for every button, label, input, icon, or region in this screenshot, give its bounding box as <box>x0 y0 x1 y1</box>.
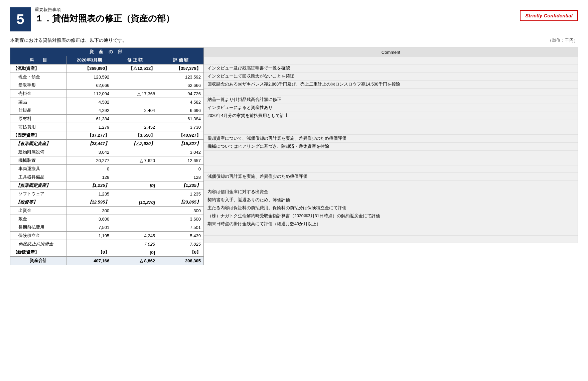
row-label: 現金・預金 <box>10 73 66 81</box>
header-title: １．貸借対照表の修正（資産の部） <box>35 13 174 24</box>
row-label: 長期前払費用 <box>10 223 66 232</box>
unit-text: （単位：千円） <box>548 37 578 43</box>
col-header-fy2020: 2020年3月期 <box>66 56 112 65</box>
row-label: 前払費用 <box>10 123 66 131</box>
table-row: 受取手形62,66662,666 <box>10 81 204 90</box>
row-val3: 1,235 <box>158 190 204 198</box>
row-val3: 【357,378】 <box>158 65 204 73</box>
row-val3: 【40,927】 <box>158 131 204 140</box>
table-row: 機械装置20,277△ 7,62012,657 <box>10 156 204 165</box>
row-val2: 2,404 <box>112 106 158 115</box>
row-val2 <box>112 148 158 156</box>
row-val1: 【23,447】 <box>66 140 112 148</box>
main-content-area: 資 産 の 部 科 目 2020年3月期 修 正 額 評 価 額 【流動資産】【… <box>10 47 578 265</box>
col-header-adjustment: 修 正 額 <box>112 56 158 65</box>
row-val1: 123,592 <box>66 73 112 81</box>
comment-row: 2020年4月分の家賃を前払費用として計上 <box>204 112 578 120</box>
row-val3: 61,384 <box>158 115 204 123</box>
comment-row: 内容は信用金庫に対する出資金 <box>204 188 578 196</box>
row-val1: 3,600 <box>66 215 112 223</box>
row-val1: 4,292 <box>66 106 112 115</box>
row-label: 仕掛品 <box>10 106 66 115</box>
comment-row: インタビューによると資産性あり <box>204 104 578 112</box>
comment-row: 減価償却の再計算を実施、差異僅少のため簿価評価 <box>204 173 578 181</box>
row-val2 <box>112 223 158 232</box>
row-label: 【流動資産】 <box>10 65 66 73</box>
row-val3: 94,726 <box>158 90 204 98</box>
comment-row <box>204 127 578 135</box>
balance-table-wrapper: 資 産 の 部 科 目 2020年3月期 修 正 額 評 価 額 【流動資産】【… <box>10 47 204 265</box>
row-label: 敷金 <box>10 215 66 223</box>
row-val2: [11,270] <box>112 198 158 207</box>
row-val1: 【37,277】 <box>66 131 112 140</box>
table-row: 【有形固定資産】【23,447】【△7,620】【15,827】 <box>10 140 204 148</box>
row-val2: △ 8,862 <box>112 257 158 265</box>
table-section-header-row: 資 産 の 部 <box>10 48 204 56</box>
table-row: 車両運搬具00 <box>10 165 204 173</box>
row-val2 <box>112 81 158 90</box>
row-val3: 【23,865】 <box>158 198 204 207</box>
header-subtitle: 重要報告事項 <box>35 7 174 13</box>
comment-row: 回収懸念のある㈱ザキパレス宛2,868千円及び、売上二重計上の㈱ロンスロウフ宛1… <box>204 81 578 89</box>
comment-row: 納品一覧より仕掛品残高合計額に修正 <box>204 96 578 104</box>
comment-row <box>204 236 578 243</box>
row-val1: 【12,595】 <box>66 198 112 207</box>
row-val2: [0] <box>112 181 158 190</box>
row-val3: 123,592 <box>158 73 204 81</box>
row-label: 製品 <box>10 98 66 106</box>
row-val2 <box>112 73 158 81</box>
row-val2 <box>112 98 158 106</box>
table-row: 建物附属設備3,0423,042 <box>10 148 204 156</box>
row-val2: △ 17,368 <box>112 90 158 98</box>
comment-row: 主たる内容は保証料の前払費用。保険料の前払分は保険積立金にて評価 <box>204 204 578 212</box>
comment-body: インタビュー及び残高証明書で一致を確認インタビューにて回収懸念がないことを確認回… <box>204 57 578 243</box>
row-val1: 0 <box>66 165 112 173</box>
header-text: 重要報告事項 １．貸借対照表の修正（資産の部） <box>35 7 174 24</box>
col-header-label: 科 目 <box>10 56 66 65</box>
row-val3: 【15,827】 <box>158 140 204 148</box>
row-label: 保険積立金 <box>10 232 66 240</box>
comment-row <box>204 120 578 127</box>
row-label: 車両運搬具 <box>10 165 66 173</box>
row-val1: 1,235 <box>66 190 112 198</box>
row-val2 <box>112 173 158 181</box>
row-val3: 128 <box>158 173 204 181</box>
comment-row <box>204 165 578 173</box>
table-row: 【無形固定資産】【1,235】[0]【1,235】 <box>10 181 204 190</box>
row-val2 <box>112 215 158 223</box>
row-val1: 7,501 <box>66 223 112 232</box>
row-val1: 【0】 <box>66 248 112 257</box>
row-val3: 【1,235】 <box>158 181 204 190</box>
row-val2: [0] <box>112 248 158 257</box>
row-label: 【固定資産】 <box>10 131 66 140</box>
comment-panel: Comment インタビュー及び残高証明書で一致を確認インタビューにて回収懸念が… <box>204 47 578 243</box>
table-row: 【繰延資産】【0】[0]【0】 <box>10 248 204 257</box>
comment-row: 償却資産について、減価償却の再計算を実施、差異僅少のため簿価評価 <box>204 135 578 143</box>
row-val1: 300 <box>66 207 112 215</box>
row-val3: 300 <box>158 207 204 215</box>
table-row: 仕掛品4,2922,4046,696 <box>10 106 204 115</box>
row-val1: 62,666 <box>66 81 112 90</box>
row-val2: 4,245 <box>112 232 158 240</box>
comment-row: インタビュー及び残高証明書で一致を確認 <box>204 65 578 73</box>
row-val1: 【1,235】 <box>66 181 112 190</box>
row-label: 【繰延資産】 <box>10 248 66 257</box>
row-val1: 1,279 <box>66 123 112 131</box>
table-row: 出資金300300 <box>10 207 204 215</box>
comment-row <box>204 228 578 236</box>
row-label: 【無形固定資産】 <box>10 181 66 190</box>
row-val1: 3,042 <box>66 148 112 156</box>
row-val2 <box>112 165 158 173</box>
row-val3: 398,305 <box>158 257 204 265</box>
table-row: 原材料61,38461,384 <box>10 115 204 123</box>
row-val3: 5,439 <box>158 232 204 240</box>
intro-text: 本調査における貸借対照表の修正は、以下の通りです。 <box>10 37 127 43</box>
section-number: 5 <box>10 7 31 31</box>
row-val3: 62,666 <box>158 81 204 90</box>
row-val2: 【△7,620】 <box>112 140 158 148</box>
row-val3: 12,657 <box>158 156 204 165</box>
row-val1: 128 <box>66 173 112 181</box>
row-val3: 4,582 <box>158 98 204 106</box>
table-row: 【投資等】【12,595】[11,270]【23,865】 <box>10 198 204 207</box>
row-val1: 61,384 <box>66 115 112 123</box>
